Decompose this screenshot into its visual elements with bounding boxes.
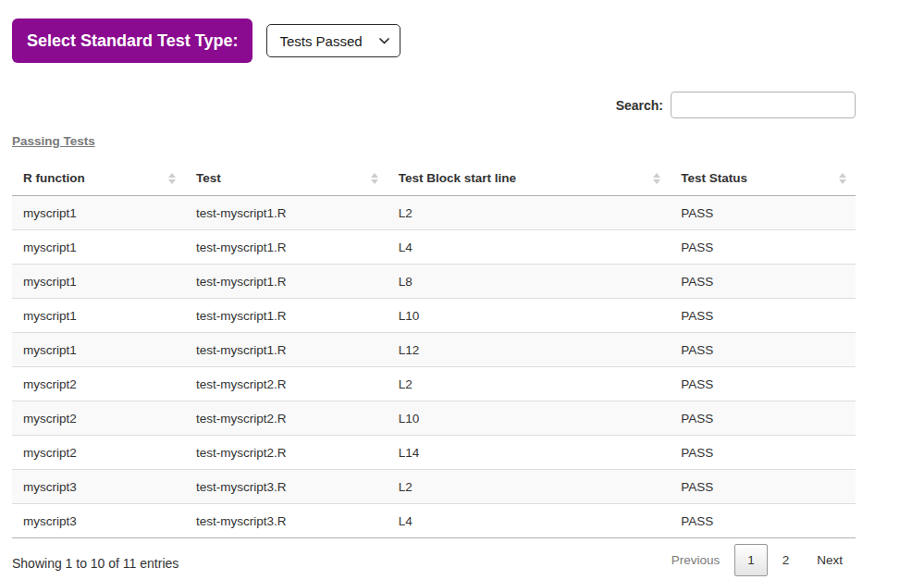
table-cell: PASS [670, 401, 856, 436]
table-cell: myscript1 [12, 299, 185, 333]
table-cell: L10 [388, 299, 671, 333]
column-header-test[interactable]: Test [185, 161, 388, 196]
table-row: myscript2test-myscript2.RL2PASS [12, 367, 856, 401]
test-type-controls: Select Standard Test Type: Tests Passed [12, 19, 856, 63]
table-footer: Showing 1 to 10 of 11 entries Previous 1… [12, 544, 856, 576]
test-type-select-value: Tests Passed [279, 33, 362, 49]
chevron-down-icon [379, 38, 389, 44]
sort-both-icon [371, 173, 378, 184]
table-cell: test-myscript1.R [185, 333, 388, 367]
select-test-type-label: Select Standard Test Type: [12, 19, 253, 63]
table-cell: myscript3 [12, 470, 185, 504]
table-row: myscript1test-myscript1.RL12PASS [12, 333, 856, 367]
table-cell: L14 [388, 436, 671, 470]
table-search: Search: [12, 92, 856, 118]
table-cell: PASS [670, 367, 856, 401]
column-label: R function [23, 171, 85, 185]
search-input[interactable] [671, 92, 856, 118]
table-cell: myscript1 [12, 230, 185, 265]
table-cell: test-myscript1.R [185, 265, 388, 299]
table-body: myscript1test-myscript1.RL2PASSmyscript1… [12, 196, 856, 538]
table-cell: myscript1 [12, 196, 185, 230]
page-button-1[interactable]: 1 [734, 544, 768, 576]
table-cell: test-myscript2.R [185, 401, 388, 436]
table-cell: myscript2 [12, 436, 185, 470]
column-label: Test [196, 171, 221, 185]
sort-both-icon [839, 173, 846, 184]
column-header-test-block-start-line[interactable]: Test Block start line [388, 161, 671, 196]
table-cell: L4 [388, 230, 671, 265]
table-cell: myscript1 [12, 265, 185, 299]
table-cell: L8 [388, 265, 671, 299]
table-cell: test-myscript3.R [185, 504, 388, 538]
passing-tests-table: R function Test Test Block start line Te… [12, 161, 856, 538]
table-cell: L2 [388, 470, 671, 504]
table-info: Showing 1 to 10 of 11 entries [12, 550, 179, 571]
passing-tests-link[interactable]: Passing Tests [12, 134, 95, 148]
table-row: myscript1test-myscript1.RL2PASS [12, 196, 856, 230]
table-cell: PASS [670, 504, 856, 538]
table-row: myscript1test-myscript1.RL10PASS [12, 299, 856, 333]
sort-both-icon [168, 173, 176, 184]
table-cell: myscript1 [12, 333, 185, 367]
pagination: Previous 1 2 Next [657, 544, 856, 576]
previous-button[interactable]: Previous [659, 544, 733, 576]
sort-both-icon [653, 173, 660, 184]
table-cell: test-myscript1.R [185, 299, 388, 333]
table-cell: L2 [388, 196, 671, 230]
table-cell: PASS [670, 470, 856, 504]
column-header-test-status[interactable]: Test Status [670, 161, 856, 196]
page: Select Standard Test Type: Tests Passed … [0, 0, 924, 580]
table-cell: L2 [388, 367, 671, 401]
table-cell: PASS [670, 196, 856, 230]
search-label: Search: [616, 98, 663, 113]
table-cell: L4 [388, 504, 671, 538]
table-cell: PASS [670, 333, 856, 367]
table-cell: L10 [388, 401, 671, 436]
test-type-select[interactable]: Tests Passed [266, 24, 400, 57]
next-button[interactable]: Next [804, 544, 856, 576]
table-row: myscript2test-myscript2.RL14PASS [12, 436, 856, 470]
table-cell: myscript2 [12, 401, 185, 436]
table-cell: PASS [670, 436, 856, 470]
table-cell: test-myscript1.R [185, 230, 388, 265]
table-cell: test-myscript2.R [185, 436, 388, 470]
table-row: myscript1test-myscript1.RL8PASS [12, 265, 856, 299]
table-cell: test-myscript3.R [185, 470, 388, 504]
table-cell: myscript3 [12, 504, 185, 538]
table-cell: PASS [670, 230, 856, 265]
table-cell: L12 [388, 333, 671, 367]
table-row: myscript1test-myscript1.RL4PASS [12, 230, 856, 265]
table-cell: PASS [670, 299, 856, 333]
page-button-2[interactable]: 2 [770, 544, 803, 576]
column-label: Test Status [681, 171, 747, 185]
table-row: myscript2test-myscript2.RL10PASS [12, 401, 856, 436]
table-cell: myscript2 [12, 367, 185, 401]
table-header: R function Test Test Block start line Te… [12, 161, 856, 196]
table-row: myscript3test-myscript3.RL4PASS [12, 504, 856, 538]
table-cell: test-myscript1.R [185, 196, 388, 230]
column-label: Test Block start line [399, 171, 516, 185]
column-header-r-function[interactable]: R function [12, 161, 185, 196]
table-cell: test-myscript2.R [185, 367, 388, 401]
table-row: myscript3test-myscript3.RL2PASS [12, 470, 856, 504]
table-cell: PASS [670, 265, 856, 299]
